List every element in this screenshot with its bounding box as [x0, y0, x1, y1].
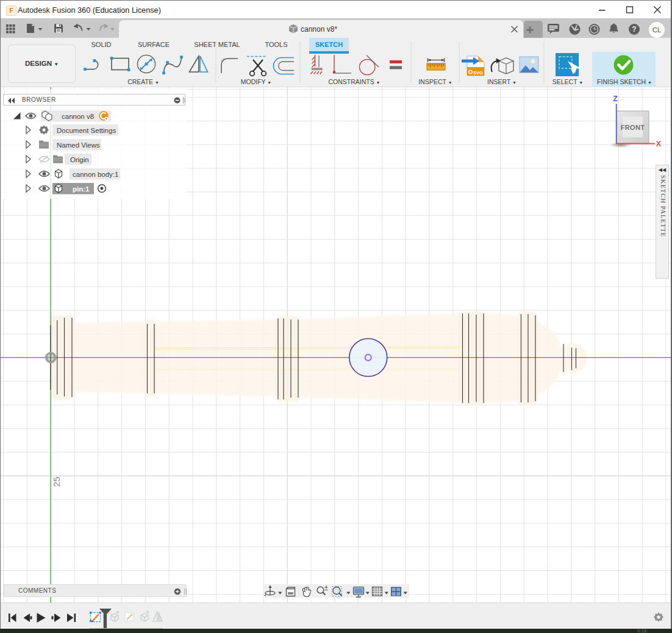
- svg-text:25: 25: [51, 477, 62, 487]
- svg-text:Document Settings: Document Settings: [57, 127, 116, 134]
- svg-text:SVG: SVG: [473, 70, 483, 76]
- svg-text:?: ?: [632, 25, 636, 34]
- svg-text:cannon v8: cannon v8: [62, 113, 94, 120]
- svg-text:Named Views: Named Views: [57, 141, 100, 149]
- svg-text:cannon body:1: cannon body:1: [73, 171, 118, 178]
- svg-text:X: X: [656, 140, 662, 148]
- svg-text:FRONT: FRONT: [621, 124, 645, 131]
- svg-text:Origin: Origin: [70, 156, 89, 163]
- svg-text:Z: Z: [613, 95, 618, 103]
- svg-text:pin:1: pin:1: [73, 185, 90, 193]
